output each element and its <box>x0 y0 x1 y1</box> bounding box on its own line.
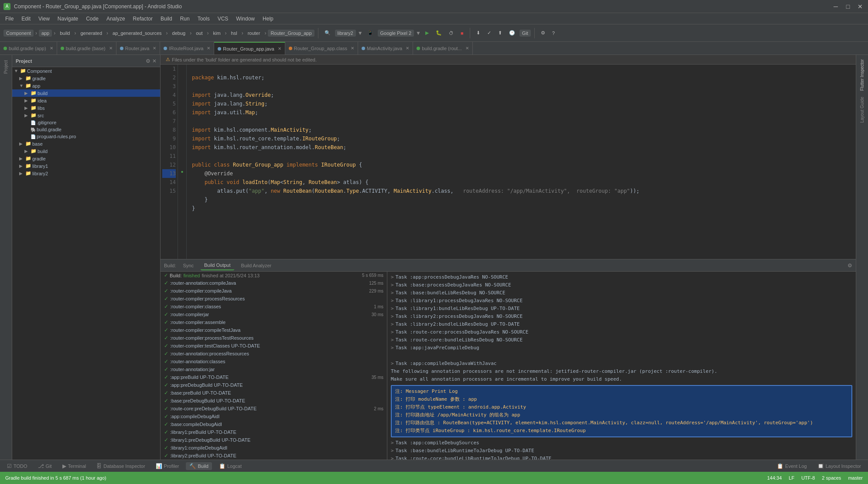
build-tab-output[interactable]: Build Output <box>201 261 234 270</box>
tab-mainactivity-java[interactable]: MainActivity.java ✕ <box>358 42 413 55</box>
build-item-20[interactable]: ✓ :library1:preDebugBuild UP-TO-DATE <box>161 436 387 444</box>
build-item-16[interactable]: ✓ :route-core:preDebugBuild UP-TO-DATE 2… <box>161 405 387 412</box>
build-item-21[interactable]: ✓ :library1:compileDebugAidl <box>161 444 387 452</box>
build-item-4[interactable]: ✓ :router-compilerjar 30 ms <box>161 310 387 318</box>
menu-tools[interactable]: Tools <box>194 15 213 23</box>
build-item-10[interactable]: ✓ :router-annotation:classes <box>161 358 387 365</box>
tree-item-proguard[interactable]: 📄 proguard-rules.pro <box>12 133 160 140</box>
toolbar-path1[interactable]: build <box>57 29 72 37</box>
bottom-tab-build[interactable]: 🔨 Build <box>186 462 212 470</box>
tab-close-router-java[interactable]: ✕ <box>153 46 156 51</box>
bottom-tab-logcat[interactable]: 📋 Logcat <box>215 462 245 470</box>
menu-view[interactable]: View <box>35 15 53 23</box>
tree-item-gradle-root[interactable]: ▶ 📁 gradle <box>12 75 160 82</box>
toolbar-run-config[interactable]: library2 <box>335 30 356 37</box>
toolbar-help-btn[interactable]: ? <box>550 29 557 37</box>
sidebar-project-btn[interactable]: Project <box>3 58 9 75</box>
tree-item-base[interactable]: ▶ 📁 base <box>12 140 160 147</box>
tree-item-base-build[interactable]: ▶ 📁 build <box>12 147 160 155</box>
bottom-tab-eventlog[interactable]: 📋 Event Log <box>773 462 810 470</box>
toolbar-search-btn[interactable]: 🔍 <box>322 29 333 37</box>
bottom-tab-todo[interactable]: ☑ TODO <box>3 462 31 470</box>
bottom-tab-profiler[interactable]: 📊 Profiler <box>152 462 183 470</box>
build-item-12[interactable]: ✓ :app:preBuild UP-TO-DATE 35 ms <box>161 373 387 381</box>
build-item-3[interactable]: ✓ :router-compiler:classes 1 ms <box>161 303 387 310</box>
toolbar-path6[interactable]: kim <box>210 29 223 37</box>
build-item-14[interactable]: ✓ :base:preBuild UP-TO-DATE <box>161 389 387 397</box>
tree-item-src[interactable]: ▶ 📁 src <box>12 112 160 119</box>
build-tab-sync[interactable]: Sync <box>180 261 197 270</box>
build-item-18[interactable]: ✓ :base:compileDebugAidl <box>161 420 387 428</box>
tree-item-library2[interactable]: ▶ 📁 library2 <box>12 170 160 177</box>
tab-build-gradle-rout[interactable]: build.gradle (rout... ✕ <box>413 42 473 55</box>
build-item-15[interactable]: ✓ :base:preDebugBuild UP-TO-DATE <box>161 397 387 405</box>
bottom-tab-terminal[interactable]: ▶ Terminal <box>59 462 90 470</box>
minimize-button[interactable]: ─ <box>831 3 840 10</box>
tab-close-router-group-app-java[interactable]: ✕ <box>278 46 281 51</box>
tab-close-router-group-app-class[interactable]: ✕ <box>351 46 354 51</box>
build-item-13[interactable]: ✓ :app:preDebugBuild UP-TO-DATE <box>161 381 387 389</box>
breakpoint-icon[interactable]: ● <box>181 169 183 178</box>
tab-irouteroot-java[interactable]: IRouteRoot.java ✕ <box>160 42 214 55</box>
project-panel-gear[interactable]: ⚙ <box>146 58 150 64</box>
toolbar-settings-btn[interactable]: ⚙ <box>538 29 548 37</box>
toolbar-module-label[interactable]: app <box>39 30 52 37</box>
toolbar-device[interactable]: 📱 <box>365 29 376 37</box>
tab-build-gradle-base[interactable]: build.gradle (base) ✕ <box>57 42 116 55</box>
tab-close-mainactivity-java[interactable]: ✕ <box>406 46 409 51</box>
tree-item-idea[interactable]: ▶ 📁 idea <box>12 97 160 104</box>
build-item-17[interactable]: ✓ :app:compileDebugAidl <box>161 412 387 420</box>
close-button[interactable]: ✕ <box>856 3 865 10</box>
menu-edit[interactable]: Edit <box>18 15 34 23</box>
tree-item-build[interactable]: ▶ 📁 build <box>12 89 160 97</box>
build-item-19[interactable]: ✓ :library1:preBuild UP-TO-DATE <box>161 428 387 436</box>
build-item-0[interactable]: ✓ :router-annotation:compileJava 125 ms <box>161 279 387 287</box>
menu-analyze[interactable]: Analyze <box>103 15 129 23</box>
toolbar-stop-btn[interactable]: ■ <box>458 29 466 37</box>
build-tab-analyzer[interactable]: Build Analyzer <box>238 261 275 270</box>
tree-item-component[interactable]: ▼ 📁 Component <box>12 67 160 75</box>
bottom-tab-layout-inspector[interactable]: 🔲 Layout Inspector <box>814 462 865 470</box>
toolbar-vcs-commit[interactable]: ✓ <box>485 29 494 37</box>
build-item-1[interactable]: ✓ :router-compiler:compileJava 229 ms <box>161 287 387 295</box>
bottom-tab-database[interactable]: 🗄 Database Inspector <box>93 462 148 470</box>
build-item-8[interactable]: ✓ :router-compiler:testClasses UP-TO-DAT… <box>161 342 387 350</box>
toolbar-path8[interactable]: router <box>245 29 263 37</box>
toolbar-path4[interactable]: debug <box>170 29 188 37</box>
menu-file[interactable]: File <box>2 15 17 23</box>
toolbar-path3[interactable]: ap_generated_sources <box>110 29 164 37</box>
toolbar-run-btn[interactable]: ▶ <box>423 29 431 37</box>
menu-help[interactable]: Help <box>259 15 277 23</box>
menu-window[interactable]: Window <box>232 15 258 23</box>
project-panel-close[interactable]: ✕ <box>152 58 157 64</box>
tab-router-java[interactable]: Router.java ✕ <box>116 42 161 55</box>
build-item-7[interactable]: ✓ :router-compiler:processTestResources <box>161 334 387 342</box>
menu-navigate[interactable]: Navigate <box>54 15 82 23</box>
toolbar-vcs-history[interactable]: 🕐 <box>506 29 518 37</box>
menu-run[interactable]: Run <box>177 15 193 23</box>
tree-item-libs[interactable]: ▶ 📁 libs <box>12 104 160 112</box>
tree-item-library1[interactable]: ▶ 📁 library1 <box>12 162 160 170</box>
toolbar-device-label[interactable]: Google Pixel 2 <box>378 30 414 37</box>
maximize-button[interactable]: □ <box>844 3 852 10</box>
layout-guide-label[interactable]: Layout Guide <box>859 94 865 126</box>
toolbar-vcs-update[interactable]: ⬇ <box>474 29 483 37</box>
bottom-tab-git[interactable]: ⎇ Git <box>34 462 55 470</box>
code-content[interactable]: package kim.hsl.router; import java.lang… <box>187 65 856 259</box>
tab-router-group-app-java[interactable]: Router_Group_app.java ✕ <box>214 42 285 55</box>
build-item-5[interactable]: ✓ :router-compiler:assemble <box>161 318 387 326</box>
menu-refactor[interactable]: Refactor <box>130 15 156 23</box>
tab-close-build-gradle-base[interactable]: ✕ <box>109 46 113 51</box>
build-header-item[interactable]: ✓ Build: finished finished at 2021/5/24 … <box>161 272 387 279</box>
tree-item-build-gradle[interactable]: 🐘 build.gradle <box>12 126 160 133</box>
build-item-9[interactable]: ✓ :router-annotation:processResources <box>161 350 387 358</box>
menu-build[interactable]: Build <box>157 15 176 23</box>
build-panel-gear[interactable]: ⚙ <box>847 262 852 269</box>
tree-item-gradle[interactable]: ▶ 📁 gradle <box>12 155 160 162</box>
toolbar-path5[interactable]: out <box>193 29 205 37</box>
build-item-2[interactable]: ✓ :router-compiler:processResources <box>161 295 387 303</box>
build-item-22[interactable]: ✓ :library2:preBuild UP-TO-DATE <box>161 452 387 460</box>
toolbar-vcs-push[interactable]: ⬆ <box>496 29 505 37</box>
menu-code[interactable]: Code <box>82 15 102 23</box>
tab-close-irouteroot-java[interactable]: ✕ <box>207 46 210 51</box>
